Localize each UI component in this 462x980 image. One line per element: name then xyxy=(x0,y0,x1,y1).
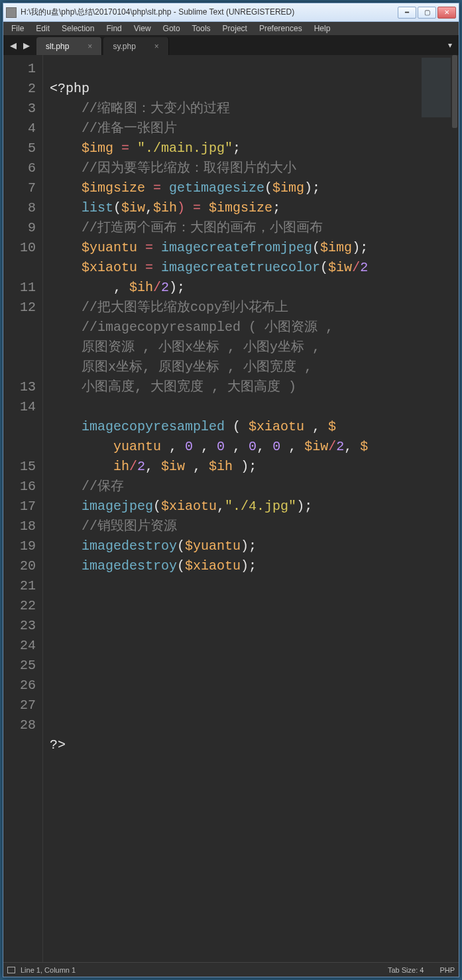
line-number: 8 xyxy=(3,198,36,218)
line-number: 14 xyxy=(3,397,36,457)
menubar: File Edit Selection Find View Goto Tools… xyxy=(3,22,459,35)
number: 2 xyxy=(137,459,145,474)
line-number: 22 xyxy=(3,596,36,616)
punct: ( xyxy=(320,260,328,275)
punct: ; xyxy=(233,141,241,156)
variable: $img xyxy=(272,180,304,196)
operator: / xyxy=(153,280,161,295)
variable: $imgsize xyxy=(82,180,145,196)
variable: $ xyxy=(328,419,336,434)
menu-help[interactable]: Help xyxy=(309,23,336,34)
app-window: H:\我的u盘\php\总结\20170104\php\slt.php - Su… xyxy=(3,3,459,977)
menu-tools[interactable]: Tools xyxy=(187,23,216,34)
status-linecol[interactable]: Line 1, Column 1 xyxy=(21,966,76,974)
variable: $iw xyxy=(328,260,352,275)
tab-sy-php[interactable]: sy.php × xyxy=(103,37,168,55)
app-icon xyxy=(6,7,17,18)
line-number: 20 xyxy=(3,556,36,576)
function: imagedestroy xyxy=(82,538,177,554)
punct: , xyxy=(185,459,209,474)
minimize-button[interactable]: ━ xyxy=(398,7,416,19)
menu-goto[interactable]: Goto xyxy=(158,23,186,34)
code-area[interactable]: <?php //缩略图：大变小的过程 //准备一张图片 $img = "./ma… xyxy=(43,55,459,962)
nav-forward-icon[interactable]: ▶ xyxy=(23,40,30,50)
punct: ( xyxy=(225,419,249,434)
comment: //把大图等比缩放copy到小花布上 xyxy=(82,300,288,315)
punct: ); xyxy=(233,459,257,474)
variable: $iw xyxy=(304,439,328,454)
editor[interactable]: 1 2 3 4 5 6 7 8 9 10 11 12 13 14 15 16 1… xyxy=(3,55,459,962)
punct: , xyxy=(161,439,185,454)
variable: $img xyxy=(320,240,352,255)
string: "./4.jpg" xyxy=(225,499,296,514)
panel-switcher-icon[interactable] xyxy=(7,967,15,973)
menu-selection[interactable]: Selection xyxy=(56,23,99,34)
function: imagedestroy xyxy=(82,558,177,574)
function: imagecopyresampled xyxy=(82,419,225,434)
number: 2 xyxy=(360,260,368,275)
menu-file[interactable]: File xyxy=(6,23,29,34)
scrollbar-thumb[interactable] xyxy=(452,55,457,128)
comment: //准备一张图片 xyxy=(82,121,177,136)
function: imagecreatefromjpeg xyxy=(161,240,312,255)
line-number: 24 xyxy=(3,636,36,656)
variable: $xiaotu xyxy=(185,558,241,574)
variable: yuantu xyxy=(113,439,161,454)
number: 0 xyxy=(249,439,257,454)
line-number: 27 xyxy=(3,696,36,715)
maximize-button[interactable]: ▢ xyxy=(418,7,436,19)
close-icon[interactable]: × xyxy=(87,42,92,51)
punct: , xyxy=(82,280,129,295)
punct: , xyxy=(225,439,249,454)
menu-find[interactable]: Find xyxy=(101,23,127,34)
tabs: slt.php × sy.php × xyxy=(36,35,170,55)
line-number: 15 xyxy=(3,457,36,477)
punct: ); xyxy=(169,280,185,295)
status-syntax[interactable]: PHP xyxy=(439,966,455,974)
number: 2 xyxy=(161,280,169,295)
tab-label: slt.php xyxy=(46,42,69,51)
vertical-scrollbar[interactable] xyxy=(451,55,459,962)
tab-overflow-icon[interactable]: ▾ xyxy=(441,35,459,55)
menu-preferences[interactable]: Preferences xyxy=(254,23,308,34)
line-number: 26 xyxy=(3,676,36,696)
punct: ); xyxy=(352,240,368,255)
number: 0 xyxy=(185,439,193,454)
variable: $ xyxy=(360,439,368,454)
status-tabsize[interactable]: Tab Size: 4 xyxy=(388,966,424,974)
minimap[interactable] xyxy=(422,58,455,117)
close-button[interactable]: ✕ xyxy=(437,7,456,19)
line-number: 28 xyxy=(3,715,36,735)
close-icon[interactable]: × xyxy=(154,42,159,51)
variable: $img xyxy=(82,141,113,156)
line-number: 2 xyxy=(3,79,36,99)
punct: , xyxy=(280,439,304,454)
variable: $ih xyxy=(209,459,233,474)
line-number: 23 xyxy=(3,616,36,636)
punct: ( xyxy=(312,240,320,255)
menu-edit[interactable]: Edit xyxy=(30,23,55,34)
string: "./main.jpg" xyxy=(137,141,233,156)
punct: ); xyxy=(241,538,257,554)
nav-back-icon[interactable]: ◀ xyxy=(10,40,17,50)
menu-view[interactable]: View xyxy=(129,23,156,34)
punct: ; xyxy=(272,200,280,215)
window-buttons: ━ ▢ ✕ xyxy=(398,7,456,19)
comment: 原图x坐标, 原图y坐标 , 小图宽度 , xyxy=(82,359,312,375)
variable: $xiaotu xyxy=(161,499,217,514)
line-number: 3 xyxy=(3,99,36,119)
operator: = xyxy=(145,180,169,196)
variable: $iw xyxy=(121,200,145,215)
menu-project[interactable]: Project xyxy=(217,23,253,34)
tab-slt-php[interactable]: slt.php × xyxy=(36,37,102,55)
variable: ih xyxy=(113,459,129,474)
line-number: 10 xyxy=(3,238,36,278)
comment: //销毁图片资源 xyxy=(82,519,177,534)
punct: ( xyxy=(177,538,185,554)
titlebar[interactable]: H:\我的u盘\php\总结\20170104\php\slt.php - Su… xyxy=(3,3,459,22)
line-number: 1 xyxy=(3,59,36,79)
variable: $iw xyxy=(161,459,185,474)
line-number: 7 xyxy=(3,178,36,198)
comment: //缩略图：大变小的过程 xyxy=(82,101,230,116)
variable: $xiaotu xyxy=(82,260,137,275)
